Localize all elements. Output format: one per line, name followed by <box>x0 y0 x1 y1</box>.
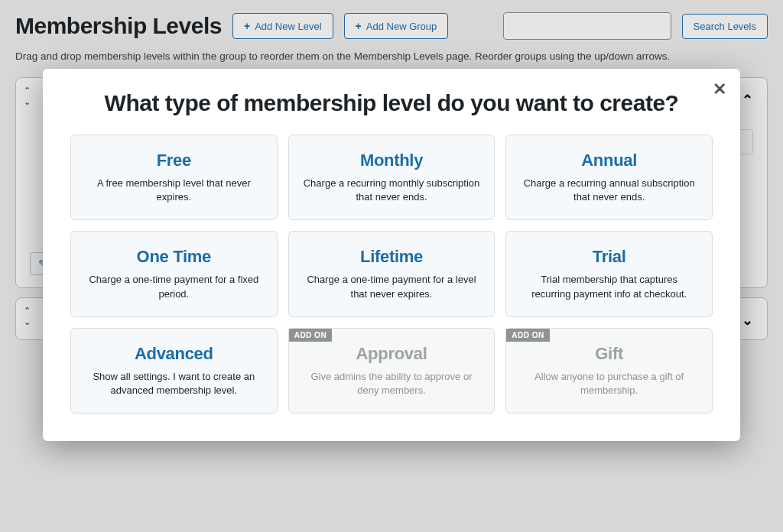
close-button[interactable]: ✕ <box>713 79 726 99</box>
tile-title: Trial <box>520 247 698 267</box>
level-type-tile-annual[interactable]: AnnualCharge a recurring annual subscrip… <box>505 135 713 220</box>
level-type-tile-gift: ADD ONGiftAllow anyone to purchase a gif… <box>505 328 713 414</box>
tile-grid: FreeA free membership level that never e… <box>70 135 713 414</box>
tile-desc: Give admins the ability to approve or de… <box>303 370 481 397</box>
addon-badge: ADD ON <box>289 329 332 342</box>
tile-title: Monthly <box>303 151 481 170</box>
tile-desc: Trial membership that captures recurring… <box>520 273 698 300</box>
level-type-modal: ✕ What type of membership level do you w… <box>43 69 740 441</box>
level-type-tile-one-time[interactable]: One TimeCharge a one-time payment for a … <box>70 231 278 316</box>
modal-title: What type of membership level do you wan… <box>70 90 713 116</box>
tile-desc: A free membership level that never expir… <box>85 177 263 204</box>
tile-desc: Charge a recurring annual subscription t… <box>520 177 698 204</box>
tile-title: Advanced <box>85 344 263 364</box>
tile-desc: Show all settings. I want to create an a… <box>85 370 263 397</box>
tile-desc: Charge a recurring monthly subscription … <box>303 177 481 204</box>
tile-title: Approval <box>303 344 481 364</box>
level-type-tile-advanced[interactable]: AdvancedShow all settings. I want to cre… <box>70 328 278 414</box>
tile-desc: Allow anyone to purchase a gift of membe… <box>520 370 698 397</box>
level-type-tile-monthly[interactable]: MonthlyCharge a recurring monthly subscr… <box>288 135 495 220</box>
tile-desc: Charge a one-time payment for a level th… <box>303 273 481 300</box>
addon-badge: ADD ON <box>506 329 549 342</box>
level-type-tile-free[interactable]: FreeA free membership level that never e… <box>70 135 278 220</box>
level-type-tile-trial[interactable]: TrialTrial membership that captures recu… <box>505 231 713 316</box>
level-type-tile-approval: ADD ONApprovalGive admins the ability to… <box>288 328 495 414</box>
level-type-tile-lifetime[interactable]: LifetimeCharge a one-time payment for a … <box>288 231 495 316</box>
tile-title: Free <box>85 151 263 170</box>
tile-desc: Charge a one-time payment for a fixed pe… <box>85 273 263 300</box>
close-icon: ✕ <box>713 79 726 99</box>
tile-title: Gift <box>520 344 698 364</box>
tile-title: One Time <box>85 247 263 267</box>
tile-title: Annual <box>520 151 698 170</box>
tile-title: Lifetime <box>303 247 481 267</box>
